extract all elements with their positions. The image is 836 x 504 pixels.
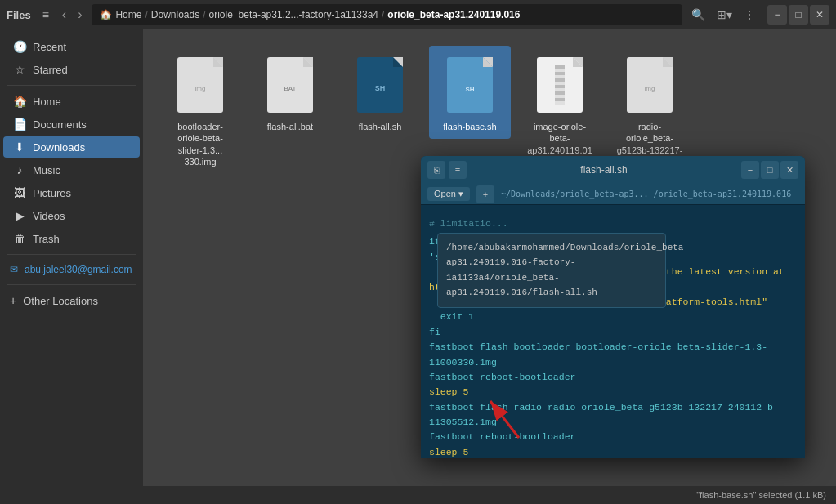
file-item-flash-base-sh[interactable]: SH flash-base.sh: [429, 46, 511, 139]
terminal-close-button[interactable]: ✕: [780, 161, 798, 179]
breadcrumb-sep1: /: [145, 9, 147, 20]
file-icon-radio-img: img: [621, 52, 678, 118]
code-line-1: # limitatio...: [429, 216, 797, 231]
title-bar: Files ≡ ‹ › 🏠 Home / Downloads / oriole_…: [0, 0, 836, 29]
view-toggle-button[interactable]: ⊞▾: [713, 7, 736, 23]
main-content: 🕐 Recent ☆ Starred 🏠 Home 📄 Documents ⬇ …: [0, 29, 836, 486]
home-icon: 🏠: [100, 9, 112, 20]
sidebar-item-home[interactable]: 🏠 Home: [3, 91, 140, 112]
breadcrumb: 🏠 Home / Downloads / oriole_beta-ap31.2.…: [92, 4, 682, 25]
tooltip-text: /home/abubakarmohammed/Downloads/oriole_…: [446, 243, 689, 297]
back-button[interactable]: ‹: [57, 6, 71, 24]
file-name-flash-all-bat: flash-all.bat: [267, 121, 313, 132]
terminal-minimize-button[interactable]: −: [741, 161, 759, 179]
terminal-controls: − □ ✕: [741, 161, 798, 179]
close-button[interactable]: ✕: [810, 5, 829, 25]
window-controls: − □ ✕: [767, 5, 829, 25]
more-options-button[interactable]: ⋮: [740, 7, 759, 23]
file-name-bootloader: bootloader-oriole-beta-slider-1.3... 330…: [166, 121, 235, 167]
sidebar-label-downloads: Downloads: [33, 141, 85, 154]
code-line-14: sleep 5: [429, 445, 797, 458]
code-comment: # limitatio...: [429, 218, 508, 229]
status-bar: "flash-base.sh" selected (1.1 kB): [0, 486, 836, 504]
code-reboot2: fastboot reboot-bootloader: [429, 431, 575, 442]
sidebar-item-downloads[interactable]: ⬇ Downloads: [3, 136, 140, 158]
terminal-body[interactable]: /home/abubakarmohammed/Downloads/oriole_…: [421, 205, 805, 458]
breadcrumb-home[interactable]: Home: [115, 9, 141, 20]
terminal-path: ~/Downloads/oriole_beta-ap3... /oriole_b…: [501, 190, 791, 198]
sidebar-item-trash[interactable]: 🗑 Trash: [3, 228, 140, 249]
code-fi: fi: [429, 327, 440, 337]
sidebar-divider-1: [7, 85, 136, 86]
trash-icon: 🗑: [13, 232, 26, 245]
search-button[interactable]: 🔍: [687, 7, 709, 23]
code-sleep2: sleep 5: [429, 447, 468, 457]
code-line-11: sleep 5: [429, 385, 797, 399]
sidebar-item-documents[interactable]: 📄 Documents: [3, 114, 140, 135]
sidebar-email-item[interactable]: ✉ abu.jaleel30@gmail.com: [0, 260, 143, 279]
new-tab-button[interactable]: +: [476, 185, 494, 203]
breadcrumb-sep2: /: [203, 9, 205, 20]
sidebar-label-trash: Trash: [33, 233, 60, 245]
maximize-button[interactable]: □: [789, 5, 808, 25]
breadcrumb-downloads[interactable]: Downloads: [151, 9, 199, 20]
file-icon-bootloader: img: [172, 52, 229, 118]
sidebar-label-home: Home: [33, 96, 61, 108]
terminal-window: ⎘ ≡ flash-all.sh − □ ✕ Open ▾ + ~/Downlo…: [421, 156, 805, 458]
sidebar-item-pictures[interactable]: 🖼 Pictures: [3, 182, 140, 203]
terminal-open-toolbar: Open ▾ + ~/Downloads/oriole_beta-ap3... …: [421, 184, 805, 205]
code-fastboot1: fastboot flash bootloader bootloader-ori…: [429, 341, 767, 367]
sidebar-email-label: abu.jaleel30@gmail.com: [25, 264, 132, 275]
file-area: img bootloader-oriole-beta-slider-1.3...…: [143, 29, 836, 486]
file-item-image-zip[interactable]: image-oriole-beta-ap31.240119.016.zi p: [519, 46, 601, 174]
home-sidebar-icon: 🏠: [13, 95, 26, 108]
sidebar-label-music: Music: [33, 164, 60, 176]
code-line-7: exit 1: [429, 310, 797, 324]
terminal-copy-button[interactable]: ⎘: [427, 161, 445, 179]
sidebar-label-pictures: Pictures: [33, 187, 71, 199]
code-line-10: fastboot reboot-bootloader: [429, 370, 797, 385]
file-name-flash-all-sh: flash-all.sh: [359, 121, 402, 132]
breadcrumb-current[interactable]: oriole_beta-ap31.240119.016: [387, 9, 520, 20]
downloads-icon: ⬇: [13, 140, 26, 154]
app-menu-button[interactable]: ≡: [39, 7, 52, 23]
sidebar-item-recent[interactable]: 🕐 Recent: [3, 36, 140, 57]
file-item-flash-all-bat[interactable]: BAT flash-all.bat: [249, 46, 331, 139]
minimize-button[interactable]: −: [767, 5, 787, 25]
sidebar-item-starred[interactable]: ☆ Starred: [3, 59, 140, 80]
sidebar-divider-3: [7, 284, 136, 285]
videos-icon: ▶: [13, 209, 26, 222]
file-item-bootloader[interactable]: img bootloader-oriole-beta-slider-1.3...…: [159, 46, 241, 174]
file-item-flash-all-sh[interactable]: SH flash-all.sh: [339, 46, 421, 139]
email-icon: ✉: [10, 264, 18, 275]
forward-button[interactable]: ›: [73, 6, 87, 24]
file-icon-flash-base-sh: SH: [441, 52, 498, 118]
sidebar-item-other-locations[interactable]: + Other Locations: [0, 290, 143, 311]
file-name-flash-base-sh: flash-base.sh: [443, 121, 496, 132]
selection-info: "flash-base.sh" selected (1.1 kB): [696, 490, 826, 500]
terminal-title: flash-all.sh: [472, 164, 736, 176]
starred-icon: ☆: [13, 63, 26, 76]
code-fastboot2: fastboot flash radio radio-oriole_beta-g…: [429, 402, 779, 427]
file-icon-flash-all-bat: BAT: [262, 52, 319, 118]
sidebar-divider-2: [7, 254, 136, 255]
code-reboot1: fastboot reboot-bootloader: [429, 372, 575, 382]
open-dropdown-button[interactable]: Open ▾: [427, 187, 470, 201]
other-locations-plus-icon: +: [10, 294, 16, 307]
terminal-titlebar: ⎘ ≡ flash-all.sh − □ ✕: [421, 156, 805, 184]
toolbar-actions: 🔍 ⊞▾ ⋮: [687, 7, 759, 23]
sidebar: 🕐 Recent ☆ Starred 🏠 Home 📄 Documents ⬇ …: [0, 29, 143, 486]
sidebar-item-videos[interactable]: ▶ Videos: [3, 205, 140, 226]
code-line-12: fastboot flash radio radio-oriole_beta-g…: [429, 400, 797, 430]
terminal-menu-button[interactable]: ≡: [449, 161, 467, 179]
code-line-9: fastboot flash bootloader bootloader-ori…: [429, 340, 797, 370]
terminal-maximize-button[interactable]: □: [761, 161, 779, 179]
terminal-toolbar-left: ⎘ ≡: [427, 161, 467, 179]
file-icon-image-zip: [531, 52, 588, 118]
code-sleep1: sleep 5: [429, 386, 468, 397]
nav-buttons: ‹ ›: [57, 6, 87, 24]
open-button-label: Open ▾: [434, 189, 463, 199]
code-line-13: fastboot reboot-bootloader: [429, 430, 797, 444]
sidebar-item-music[interactable]: ♪ Music: [3, 159, 140, 181]
breadcrumb-factory[interactable]: oriole_beta-ap31.2...-factory-1a1133a4: [209, 9, 378, 20]
